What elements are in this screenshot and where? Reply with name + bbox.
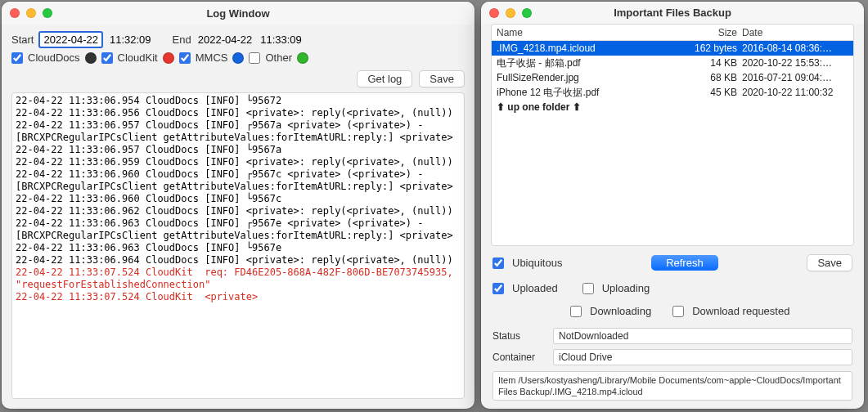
zoom-icon[interactable] [43,8,52,18]
file-table: Name Size Date .IMG_4218.mp4.icloud162 b… [491,24,854,246]
save-files-button[interactable]: Save [807,254,852,271]
zoom-icon[interactable] [522,8,532,18]
cell-date: 2020-10-22 15:53:… [742,57,848,69]
uploaded-checkbox[interactable] [492,283,504,294]
log-line: 22-04-22 11:33:06.957 CloudDocs [INFO] └… [16,144,461,156]
save-log-button[interactable]: Save [419,70,465,87]
start-label: Start [11,34,34,46]
close-icon[interactable] [10,8,20,18]
cell-size: 14 KB [685,57,742,69]
table-row[interactable]: FullSizeRender.jpg68 KB2016-07-21 09:04:… [492,70,853,85]
log-line: 22-04-22 11:33:06.954 CloudDocs [INFO] └… [16,95,461,107]
cell-name: 电子收据 - 邮箱.pdf [497,56,685,70]
uploading-checkbox[interactable] [582,283,594,294]
end-time-field[interactable]: 11:33:09 [259,33,304,47]
cell-date: 2016-08-14 08:36:… [742,43,848,54]
download-requested-checkbox[interactable] [672,306,684,317]
mmcs-label: MMCS [196,52,228,64]
log-line: 22-04-22 11:33:06.963 CloudDocs [INFO] └… [16,242,461,254]
table-body: .IMG_4218.mp4.icloud162 bytes2016-08-14 … [492,41,853,114]
status-label: Status [492,330,546,342]
status-field[interactable]: NotDownloaded [553,328,852,344]
uploading-label: Uploading [602,282,650,294]
cell-size: 68 KB [685,72,742,83]
window-title: Log Window [2,7,474,20]
start-time-field[interactable]: 11:32:09 [108,33,153,47]
log-line: 22-04-22 11:33:06.956 CloudDocs [INFO] <… [16,107,461,119]
cloudkit-label: CloudKit [118,52,158,64]
clouddocs-label: CloudDocs [28,52,80,64]
end-date-field[interactable]: 2022-04-22 [196,33,254,47]
uploaded-label: Uploaded [512,282,558,294]
cell-date: 2016-07-21 09:04:… [742,72,848,83]
traffic-lights [481,8,532,18]
col-date[interactable]: Date [742,27,848,38]
log-controls: Start 2022-04-22 11:32:09 End 2022-04-22… [2,25,474,70]
titlebar[interactable]: Important Files Backup [481,2,864,24]
table-row[interactable]: .IMG_4218.mp4.icloud162 bytes2016-08-14 … [492,41,853,56]
log-output[interactable]: 22-04-22 11:33:06.954 CloudDocs [INFO] └… [11,92,465,399]
container-field[interactable]: iCloud Drive [553,349,852,365]
get-log-button[interactable]: Get log [357,70,412,87]
table-row[interactable]: iPhone 12 电子收据.pdf45 KB2020-10-22 11:00:… [492,85,853,100]
end-label: End [173,34,191,46]
log-line: 22-04-22 11:33:06.959 CloudDocs [INFO] <… [16,156,461,168]
item-path: Item /Users/kostyasheng/Library/Mobile D… [492,371,852,401]
log-line: 22-04-22 11:33:07.524 CloudKit req: FD46… [16,266,461,291]
downloading-label: Downloading [590,305,651,317]
downloading-checkbox[interactable] [570,306,582,317]
table-header[interactable]: Name Size Date [492,25,853,41]
table-row[interactable]: 电子收据 - 邮箱.pdf14 KB2020-10-22 15:53:… [492,56,853,70]
cloudkit-dot-icon [163,52,174,64]
col-name[interactable]: Name [497,27,685,38]
log-line: 22-04-22 11:33:06.960 CloudDocs [INFO] └… [16,193,461,205]
other-dot-icon [297,52,308,64]
log-window: Log Window Start 2022-04-22 11:32:09 End… [2,2,474,409]
clouddocs-dot-icon [85,52,97,64]
cloudkit-checkbox[interactable] [101,52,113,64]
cell-name: .IMG_4218.mp4.icloud [497,43,685,54]
cell-size: 162 bytes [685,43,742,54]
clouddocs-checkbox[interactable] [11,52,23,64]
log-line: 22-04-22 11:33:06.963 CloudDocs [INFO] ┌… [16,217,461,242]
cell-name: FullSizeRender.jpg [497,72,685,83]
log-line: 22-04-22 11:33:06.962 CloudDocs [INFO] <… [16,205,461,217]
traffic-lights [2,8,52,18]
log-line: 22-04-22 11:33:06.957 CloudDocs [INFO] ┌… [16,119,461,144]
mmcs-dot-icon [232,52,244,64]
titlebar[interactable]: Log Window [2,2,474,25]
log-line: 22-04-22 11:33:06.964 CloudDocs [INFO] <… [16,254,461,266]
cell-name: iPhone 12 电子收据.pdf [497,86,685,100]
other-label: Other [265,52,292,64]
ubiquitous-label: Ubiquitous [512,257,562,269]
up-one-folder[interactable]: ⬆ up one folder ⬆ [492,100,853,114]
close-icon[interactable] [489,8,499,18]
start-date-field[interactable]: 2022-04-22 [38,31,103,48]
cell-date: 2020-10-22 11:00:32 [742,87,848,98]
refresh-button[interactable]: Refresh [651,255,718,271]
download-requested-label: Download requested [692,305,789,317]
cell-size: 45 KB [685,87,742,98]
log-line: 22-04-22 11:33:07.524 CloudKit <private> [16,291,461,303]
container-label: Container [492,352,546,363]
minimize-icon[interactable] [506,8,515,18]
minimize-icon[interactable] [26,8,36,18]
col-size[interactable]: Size [685,27,742,38]
log-line: 22-04-22 11:33:06.960 CloudDocs [INFO] ┌… [16,168,461,193]
window-title: Important Files Backup [481,7,864,19]
other-checkbox[interactable] [249,52,260,64]
files-window: Important Files Backup Name Size Date .I… [481,2,864,409]
mmcs-checkbox[interactable] [179,52,191,64]
ubiquitous-checkbox[interactable] [492,258,504,269]
